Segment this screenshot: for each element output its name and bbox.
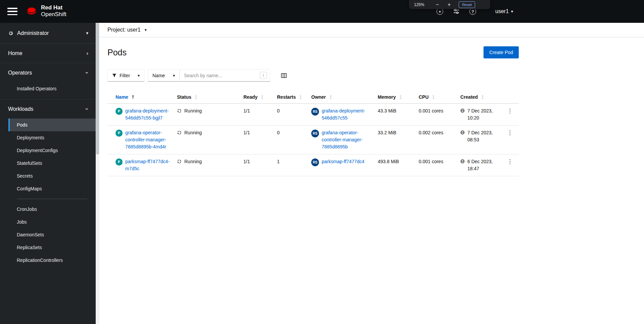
- sidebar-item-label: Operators: [8, 70, 32, 76]
- zoom-reset-button[interactable]: Reset: [459, 1, 475, 8]
- search-box: /: [180, 69, 270, 82]
- search-input[interactable]: [184, 73, 260, 78]
- column-header-owner[interactable]: Owner: [311, 91, 378, 103]
- actions-cell: ⋮: [504, 126, 519, 154]
- scrollbar-thumb[interactable]: [96, 23, 99, 154]
- sidebar-item-cronjobs[interactable]: CronJobs: [0, 203, 96, 216]
- sidebar-item-statefulsets[interactable]: StatefulSets: [0, 157, 96, 170]
- kebab-menu-icon[interactable]: ⋮: [505, 107, 515, 114]
- sidebar-item-workloads[interactable]: Workloads ›: [0, 99, 96, 119]
- memory-cell: 43.3 MiB: [378, 104, 419, 125]
- sidebar-item-configmaps[interactable]: ConfigMaps: [0, 182, 96, 195]
- browser-zoom-popup: 125% − + Reset: [409, 0, 490, 9]
- sidebar-item-daemonsets[interactable]: DaemonSets: [0, 228, 96, 241]
- restarts-cell: 1: [277, 154, 311, 176]
- caret-down-icon: ▾: [86, 31, 88, 36]
- chevron-right-icon: ›: [86, 50, 88, 56]
- memory-cell: 33.2 MiB: [378, 126, 419, 154]
- sidebar-item-label: StatefulSets: [17, 160, 42, 166]
- sidebar-scrollbar[interactable]: [96, 23, 99, 324]
- sort-icon: [399, 95, 402, 99]
- sync-running-icon: [177, 159, 182, 164]
- plus-circle-icon[interactable]: +: [436, 8, 443, 15]
- pod-badge: P: [116, 108, 123, 115]
- perspective-switcher[interactable]: Administrator ▾: [0, 23, 96, 44]
- actions-cell: ⋮: [504, 154, 519, 176]
- status-cell: Running: [177, 154, 243, 176]
- project-selector[interactable]: Project: user1: [107, 27, 141, 33]
- sync-running-icon: [177, 108, 182, 113]
- pod-link[interactable]: grafana-deployment-546dd57c55-bgjl7: [125, 107, 174, 122]
- page-header: Pods Create Pod: [107, 46, 519, 58]
- sort-icon: [329, 95, 332, 99]
- sidebar-item-label: ReplicationControllers: [17, 258, 63, 263]
- status-text: Running: [184, 129, 202, 136]
- menu-icon[interactable]: [7, 7, 18, 16]
- column-header-status[interactable]: Status: [177, 91, 243, 103]
- sidebar-item-pods[interactable]: Pods: [8, 119, 96, 131]
- owner-link[interactable]: parksmap-ff7477dc4: [322, 158, 364, 165]
- pod-link[interactable]: grafana-operator-controller-manager-7885…: [125, 129, 174, 150]
- nav-divider: [17, 199, 87, 199]
- pod-name-cell: P grafana-operator-controller-manager-78…: [107, 126, 177, 154]
- create-pod-button[interactable]: Create Pod: [484, 46, 519, 58]
- kebab-menu-icon[interactable]: ⋮: [505, 129, 515, 136]
- pods-table: Name Status Ready Restarts Owner: [107, 91, 519, 176]
- brand-line2: OpenShift: [41, 11, 66, 18]
- table-row: P grafana-deployment-546dd57c55-bgjl7 Ru…: [107, 104, 519, 126]
- status-text: Running: [184, 107, 202, 114]
- help-circle-icon[interactable]: ?: [469, 8, 476, 15]
- sidebar-item-home[interactable]: Home ›: [0, 44, 96, 63]
- restarts-cell: 0: [277, 126, 311, 154]
- zoom-out-button[interactable]: −: [434, 2, 440, 7]
- perspective-label: Administrator: [17, 30, 49, 36]
- redhat-logo-icon: [26, 6, 38, 16]
- nav-group-operators: Operators › Installed Operators: [0, 63, 96, 99]
- sidebar-item-jobs[interactable]: Jobs: [0, 216, 96, 228]
- created-text: 7 Dec 2023, 08:53: [467, 129, 501, 143]
- brand-text: Red Hat OpenShift: [41, 4, 66, 18]
- sidebar-item-installed-operators[interactable]: Installed Operators: [0, 82, 96, 95]
- settings-sliders-icon[interactable]: [453, 8, 460, 15]
- sidebar-item-replicationcontrollers[interactable]: ReplicationControllers: [0, 254, 96, 267]
- sidebar-item-label: ConfigMaps: [17, 186, 42, 191]
- column-header-cpu[interactable]: CPU: [419, 91, 460, 103]
- user-menu[interactable]: user1 ▾: [495, 0, 513, 23]
- sidebar-item-deployments[interactable]: Deployments: [0, 131, 96, 144]
- column-header-actions: [504, 91, 519, 103]
- sort-icon: [432, 95, 435, 99]
- sort-icon: [481, 95, 484, 99]
- pod-badge: P: [116, 158, 123, 166]
- search-attribute-dropdown[interactable]: Name ▾: [148, 69, 180, 82]
- owner-cell: RS parksmap-ff7477dc4: [311, 154, 378, 176]
- manage-columns-icon[interactable]: [281, 73, 287, 78]
- owner-link[interactable]: grafana-deployment-546dd57c55: [322, 107, 375, 122]
- ready-cell: 1/1: [243, 104, 277, 125]
- kebab-menu-icon[interactable]: ⋮: [505, 158, 515, 165]
- pod-link[interactable]: parksmap-ff7477dc4-m7d5c: [125, 158, 174, 172]
- filter-dropdown[interactable]: Filter ▾: [107, 69, 144, 82]
- sidebar-item-replicasets[interactable]: ReplicaSets: [0, 241, 96, 254]
- sidebar-item-deploymentconfigs[interactable]: DeploymentConfigs: [0, 144, 96, 157]
- page-title: Pods: [107, 48, 127, 57]
- column-header-ready[interactable]: Ready: [243, 91, 277, 103]
- zoom-in-button[interactable]: +: [446, 2, 452, 7]
- sidebar-item-label: Workloads: [8, 106, 33, 112]
- sidebar-item-secrets[interactable]: Secrets: [0, 170, 96, 182]
- sidebar-item-label: Home: [8, 50, 22, 56]
- pod-badge: P: [116, 130, 123, 137]
- column-header-restarts[interactable]: Restarts: [277, 91, 311, 103]
- owner-link[interactable]: grafana-operator-controller-manager-7885…: [322, 129, 375, 150]
- column-header-name[interactable]: Name: [107, 91, 177, 103]
- caret-down-icon[interactable]: ▾: [145, 28, 147, 32]
- status-text: Running: [184, 158, 202, 165]
- chevron-down-icon: ›: [85, 108, 90, 110]
- sort-icon: [195, 95, 197, 99]
- cpu-cell: 0.001 cores: [419, 154, 460, 176]
- column-header-created[interactable]: Created: [460, 91, 504, 103]
- sidebar-item-operators[interactable]: Operators ›: [0, 63, 96, 82]
- pod-name-cell: P grafana-deployment-546dd57c55-bgjl7: [107, 104, 177, 125]
- table-row: P grafana-operator-controller-manager-78…: [107, 126, 519, 154]
- zoom-level: 125%: [414, 2, 424, 7]
- column-header-memory[interactable]: Memory: [378, 91, 419, 103]
